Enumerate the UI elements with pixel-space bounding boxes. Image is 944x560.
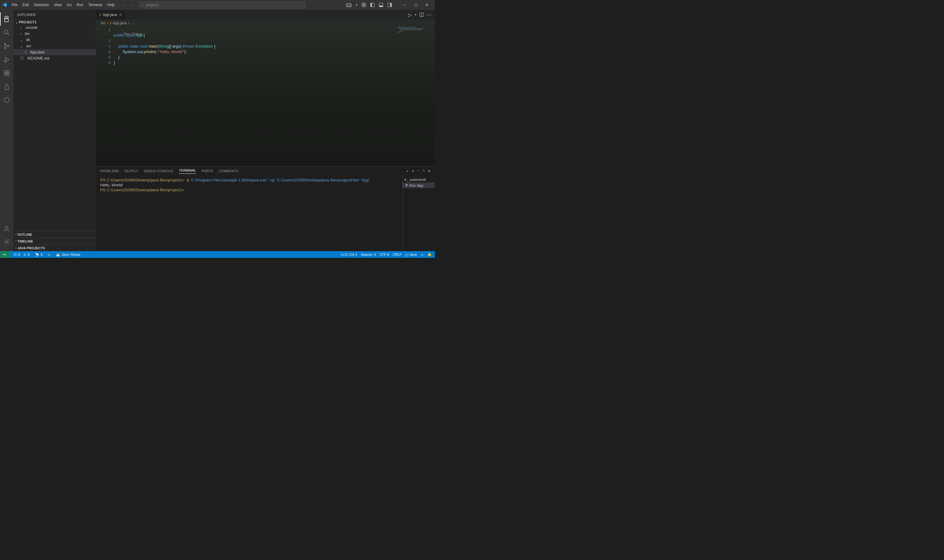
nav-back[interactable]: ← [123,3,127,7]
gear-icon: ⚙ [405,183,408,187]
menu-file[interactable]: File [9,0,20,10]
layout-customize-icon[interactable] [362,3,366,7]
terminal-more-icon[interactable]: ⋯ [417,169,420,173]
status-bell-icon[interactable]: 🔔 [427,253,432,257]
menu-run[interactable]: Run [74,0,86,10]
svg-point-24 [4,98,9,103]
chevron-right-icon: › [128,21,130,25]
activity-extra[interactable] [0,93,14,107]
editor-more-icon[interactable]: ⋯ [427,12,432,18]
panel-tab-ports[interactable]: PORTS [202,169,213,173]
breadcrumb-more[interactable]: ... [131,21,134,25]
run-button[interactable]: ▷ [408,12,412,18]
terminal-item-powershell[interactable]: ▸_powershell [403,177,435,182]
section-outline[interactable]: › OUTLINE [14,231,96,238]
copilot-icon[interactable] [346,3,352,8]
command-center[interactable]: ⌕ project1 [139,2,305,8]
terminal-output[interactable]: PS C:\Users\25399\Desktop\java files\pro… [96,175,403,251]
section-timeline[interactable]: › TIMELINE [14,238,96,245]
code-content: public class App { public static void ma… [114,27,215,71]
status-ports[interactable]: 📡0 [34,253,44,257]
panel-tab-terminal[interactable]: TERMINAL [179,169,196,174]
terminal-item-run-app[interactable]: ⚙Run: App [403,182,435,188]
layout-panel-icon[interactable] [379,3,383,7]
terminal-dropdown-icon[interactable]: ▾ [412,169,413,172]
activity-scm[interactable] [0,39,14,53]
panel-tab-debug-console[interactable]: DEBUG CONSOLE [144,169,173,173]
menu-help[interactable]: Help [105,0,117,10]
activity-extensions[interactable] [0,66,14,80]
close-button[interactable]: ✕ [421,0,432,10]
status-java[interactable]: ☕Java: Ready [55,253,82,257]
menu-view[interactable]: View [51,0,64,10]
folder-lib[interactable]: ⌄ lib [14,37,96,43]
breadcrumb-src[interactable]: src [101,21,106,25]
activity-debug[interactable] [0,53,14,66]
svg-rect-4 [364,3,366,5]
svg-point-17 [8,45,9,47]
status-language[interactable]: { } Java [405,253,417,256]
run-dropdown-icon[interactable]: ▾ [415,13,416,16]
svg-point-26 [6,241,8,243]
folder-label: lib [26,38,30,42]
activity-testing[interactable] [0,80,14,93]
layout-sidebar-left-icon[interactable] [370,3,375,7]
panel-close-icon[interactable]: ✕ [428,169,430,173]
section-java-projects[interactable]: › JAVA PROJECTS [14,245,96,251]
status-lncol[interactable]: Ln 6, Col 1 [341,253,357,256]
minimap[interactable] [398,26,435,39]
nav-forward[interactable]: → [130,3,133,7]
java-file-icon: J [25,50,26,54]
status-feedback-icon[interactable]: ☺ [420,253,424,256]
menu-selection[interactable]: Selection [31,0,51,10]
terminal-prompt: PS C:\Users\25399\Desktop\java files\pro… [100,188,186,192]
activity-search[interactable] [0,26,14,39]
activity-settings[interactable] [0,235,14,249]
folder-src[interactable]: ⌄ src [14,43,96,49]
file-app-java[interactable]: J App.java [14,49,96,55]
activity-account[interactable] [0,222,14,235]
tab-app-java[interactable]: J App.java ✕ [96,10,125,20]
status-errors[interactable]: ⓧ0 ⚠0 [12,252,31,257]
maximize-button[interactable]: ▢ [410,0,421,10]
menu-go[interactable]: Go [64,0,74,10]
svg-point-13 [4,30,8,34]
search-icon: ⌕ [142,3,144,7]
svg-point-2 [349,5,350,6]
folder-label: .vscode [25,26,37,30]
chevron-down-icon[interactable]: ▾ [356,3,357,6]
status-encoding[interactable]: UTF-8 [379,253,389,256]
terminal-list: ▸_powershell ⚙Run: App [403,175,435,251]
code-editor[interactable]: 1 2 3 4 5 6 Run | Debug public class App… [96,26,435,166]
tab-close-icon[interactable]: ✕ [119,12,122,17]
vscode-icon [2,3,7,8]
split-editor-icon[interactable] [420,12,424,17]
error-icon: ⓧ [14,252,17,257]
status-debug[interactable]: ▷ [47,253,52,257]
file-readme[interactable]: ⓘ README.md [14,55,96,62]
panel-tab-problems[interactable]: PROBLEMS [100,169,119,173]
activity-explorer[interactable] [0,12,14,26]
minimize-button[interactable]: ─ [399,0,410,10]
breadcrumb-file[interactable]: App.java [113,21,127,25]
terminal-label: powershell [410,178,426,182]
folder-vscode[interactable]: › .vscode [14,25,96,31]
status-eol[interactable]: CRLF [393,253,402,256]
svg-rect-0 [346,4,351,7]
remote-button[interactable] [0,251,9,258]
project-header[interactable]: ⌄ PROJECT1 [14,20,96,25]
panel-tab-comments[interactable]: COMMENTS [219,169,239,173]
debug-icon: ▷ [48,253,50,257]
panel-tab-output[interactable]: OUTPUT [125,169,138,173]
menu-terminal[interactable]: Terminal [86,0,105,10]
new-terminal-icon[interactable]: ＋ [406,169,409,174]
svg-rect-31 [400,29,422,30]
folder-bin[interactable]: › bin [14,31,96,37]
layout-sidebar-right-icon[interactable] [387,3,392,7]
breadcrumbs[interactable]: src › J App.java › ... [96,20,435,26]
explorer-more-icon[interactable]: ⋯ [89,13,92,17]
status-spaces[interactable]: Spaces: 4 [361,253,376,256]
svg-rect-20 [4,71,6,73]
panel-maximize-icon[interactable]: ^ [423,169,425,173]
menu-edit[interactable]: Edit [20,0,31,10]
